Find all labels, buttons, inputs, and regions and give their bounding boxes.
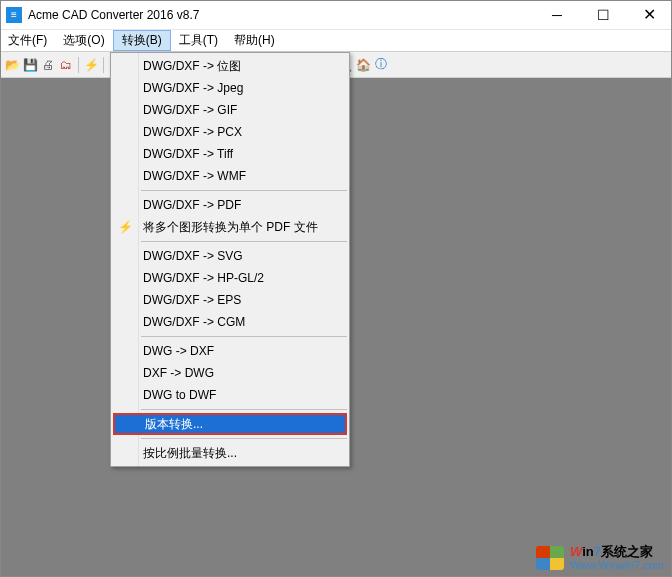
menu-item-gif[interactable]: DWG/DXF -> GIF bbox=[111, 99, 349, 121]
toolbar-separator bbox=[78, 57, 79, 73]
save-icon[interactable]: 💾 bbox=[22, 57, 38, 73]
watermark-brand: Win7系统之家 bbox=[570, 545, 664, 559]
menu-item-pdf[interactable]: DWG/DXF -> PDF bbox=[111, 194, 349, 216]
menu-item-eps[interactable]: DWG/DXF -> EPS bbox=[111, 289, 349, 311]
titlebar: ≡ Acme CAD Converter 2016 v8.7 ─ ☐ ✕ bbox=[0, 0, 672, 30]
menu-item-multi-pdf[interactable]: ⚡ 将多个图形转换为单个 PDF 文件 bbox=[111, 216, 349, 238]
dropdown-separator bbox=[141, 438, 347, 439]
maximize-button[interactable]: ☐ bbox=[580, 0, 626, 30]
bolt-icon: ⚡ bbox=[117, 219, 133, 235]
menu-tools[interactable]: 工具(T) bbox=[171, 30, 226, 51]
dropdown-separator bbox=[141, 336, 347, 337]
dropdown-separator bbox=[141, 190, 347, 191]
menu-file[interactable]: 文件(F) bbox=[0, 30, 55, 51]
convert-dropdown: DWG/DXF -> 位图 DWG/DXF -> Jpeg DWG/DXF ->… bbox=[110, 52, 350, 467]
minimize-button[interactable]: ─ bbox=[534, 0, 580, 30]
home-icon[interactable]: 🏠 bbox=[355, 57, 371, 73]
menubar: 文件(F) 选项(O) 转换(B) 工具(T) 帮助(H) bbox=[0, 30, 672, 52]
window-title: Acme CAD Converter 2016 v8.7 bbox=[28, 8, 534, 22]
menu-item-dwg-dxf[interactable]: DWG -> DXF bbox=[111, 340, 349, 362]
menu-convert[interactable]: 转换(B) bbox=[113, 30, 171, 51]
menu-item-hpgl[interactable]: DWG/DXF -> HP-GL/2 bbox=[111, 267, 349, 289]
watermark: Win7系统之家 Www.Winwin7.com bbox=[536, 545, 664, 571]
menu-item-bitmap[interactable]: DWG/DXF -> 位图 bbox=[111, 55, 349, 77]
dropdown-separator bbox=[141, 409, 347, 410]
windows-flag-icon bbox=[536, 546, 564, 570]
menu-item-dwg-dwf[interactable]: DWG to DWF bbox=[111, 384, 349, 406]
layers-icon[interactable]: 🗂 bbox=[58, 57, 74, 73]
menu-item-tiff[interactable]: DWG/DXF -> Tiff bbox=[111, 143, 349, 165]
menu-item-svg[interactable]: DWG/DXF -> SVG bbox=[111, 245, 349, 267]
menu-options[interactable]: 选项(O) bbox=[55, 30, 112, 51]
watermark-url: Www.Winwin7.com bbox=[570, 559, 664, 571]
toolbar-separator bbox=[103, 57, 104, 73]
dropdown-separator bbox=[141, 241, 347, 242]
menu-item-label: 将多个图形转换为单个 PDF 文件 bbox=[143, 219, 318, 236]
menu-item-version-convert[interactable]: 版本转换... bbox=[113, 413, 347, 435]
app-icon: ≡ bbox=[6, 7, 22, 23]
window-controls: ─ ☐ ✕ bbox=[534, 0, 672, 30]
menu-item-pcx[interactable]: DWG/DXF -> PCX bbox=[111, 121, 349, 143]
menu-item-batch-convert[interactable]: 按比例批量转换... bbox=[111, 442, 349, 464]
close-button[interactable]: ✕ bbox=[626, 0, 672, 30]
print-icon[interactable]: 🖨 bbox=[40, 57, 56, 73]
menu-item-jpeg[interactable]: DWG/DXF -> Jpeg bbox=[111, 77, 349, 99]
bolt-icon[interactable]: ⚡ bbox=[83, 57, 99, 73]
info-icon[interactable]: ⓘ bbox=[373, 57, 389, 73]
open-icon[interactable]: 📂 bbox=[4, 57, 20, 73]
menu-help[interactable]: 帮助(H) bbox=[226, 30, 283, 51]
menu-item-wmf[interactable]: DWG/DXF -> WMF bbox=[111, 165, 349, 187]
menu-item-cgm[interactable]: DWG/DXF -> CGM bbox=[111, 311, 349, 333]
menu-item-dxf-dwg[interactable]: DXF -> DWG bbox=[111, 362, 349, 384]
